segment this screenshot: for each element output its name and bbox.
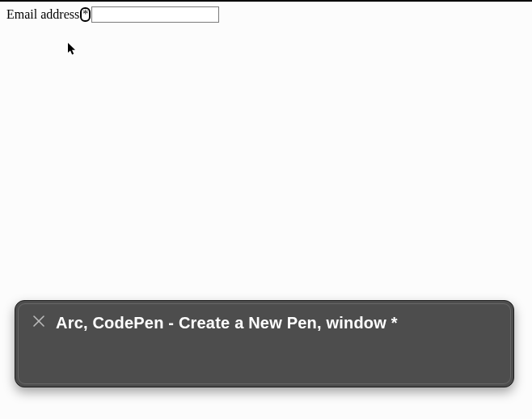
- notification-title: Arc, CodePen - Create a New Pen, window …: [56, 314, 398, 332]
- email-input[interactable]: [91, 6, 219, 23]
- close-icon[interactable]: [33, 315, 44, 327]
- mouse-cursor-icon: [68, 43, 78, 56]
- email-field-row: Email address *: [0, 6, 532, 23]
- notification-toast-row: Arc, CodePen - Create a New Pen, window …: [33, 314, 496, 332]
- email-label: Email address: [6, 6, 79, 23]
- notification-toast: Arc, CodePen - Create a New Pen, window …: [15, 300, 514, 387]
- notification-toast-inner: Arc, CodePen - Create a New Pen, window …: [18, 303, 511, 384]
- page-body: Email address * Arc, CodePen - Create a …: [0, 0, 532, 419]
- required-indicator: *: [80, 7, 91, 22]
